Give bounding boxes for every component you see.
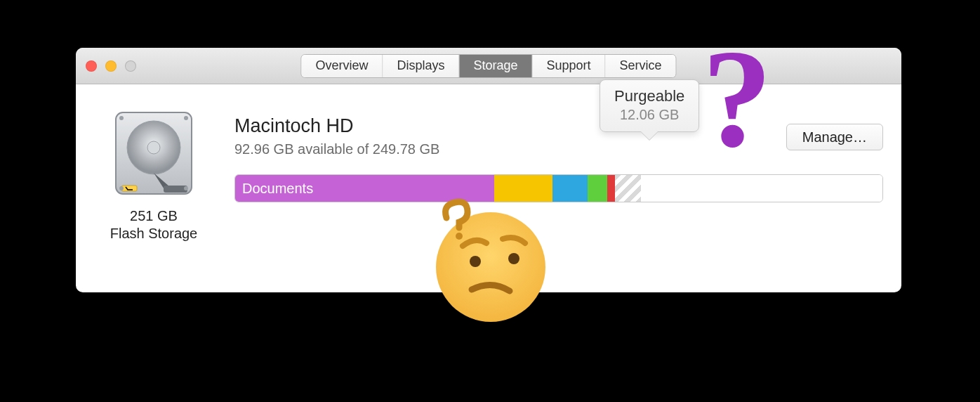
drive-type: Flash Storage xyxy=(110,226,198,242)
tab-displays[interactable]: Displays xyxy=(383,55,459,77)
storage-segment-2[interactable] xyxy=(552,175,588,202)
storage-panel: 251 GB Flash Storage Purgeable 12.06 GB … xyxy=(76,84,901,261)
tooltip-value: 12.06 GB xyxy=(614,107,684,123)
storage-segment-3[interactable] xyxy=(588,175,607,202)
storage-segment-purgeable[interactable] xyxy=(615,175,641,202)
storage-usage-bar[interactable]: Documents xyxy=(234,174,883,202)
svg-point-8 xyxy=(184,186,188,190)
storage-segment-6[interactable] xyxy=(641,175,882,202)
tab-support[interactable]: Support xyxy=(533,55,606,77)
window-controls xyxy=(86,60,136,72)
svg-point-2 xyxy=(147,141,160,154)
zoom-window-button-disabled xyxy=(125,60,136,72)
drive-capacity: 251 GB xyxy=(130,208,178,224)
storage-segment-documents[interactable]: Documents xyxy=(235,175,494,202)
storage-segment-1[interactable] xyxy=(494,175,552,202)
drive-column: 251 GB Flash Storage xyxy=(94,104,213,242)
minimize-window-button[interactable] xyxy=(105,60,117,72)
about-this-mac-window: Overview Displays Storage Support Servic… xyxy=(76,48,901,292)
disk-details: Purgeable 12.06 GB Macintoch HD 92.96 GB… xyxy=(234,104,883,202)
tab-storage[interactable]: Storage xyxy=(459,55,532,77)
window-titlebar: Overview Displays Storage Support Servic… xyxy=(76,48,901,84)
svg-point-7 xyxy=(119,186,124,190)
svg-rect-4 xyxy=(121,186,137,191)
svg-point-5 xyxy=(119,116,124,120)
tab-service[interactable]: Service xyxy=(606,55,676,77)
svg-rect-3 xyxy=(164,186,187,193)
purgeable-tooltip: Purgeable 12.06 GB xyxy=(600,79,699,132)
svg-point-6 xyxy=(184,116,188,120)
close-window-button[interactable] xyxy=(86,60,97,72)
tab-overview[interactable]: Overview xyxy=(301,55,383,77)
storage-segment-4[interactable] xyxy=(607,175,615,202)
hard-drive-icon xyxy=(109,108,199,198)
manage-button[interactable]: Manage… xyxy=(786,124,883,150)
tooltip-title: Purgeable xyxy=(614,87,684,105)
tab-bar: Overview Displays Storage Support Servic… xyxy=(300,54,676,78)
